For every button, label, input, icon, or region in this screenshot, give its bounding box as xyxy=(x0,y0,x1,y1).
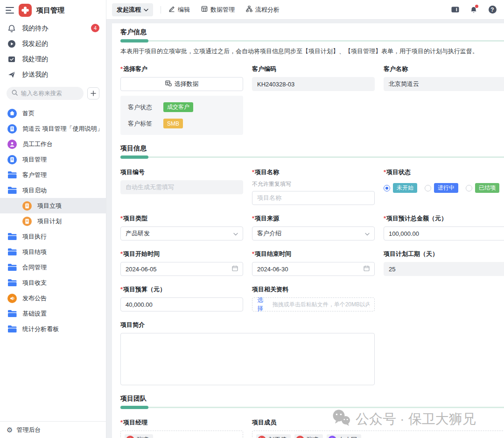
sidebar-item-project-finance[interactable]: 项目收支 xyxy=(0,275,106,290)
member-chip: 向 向小园 xyxy=(327,434,361,438)
project-type-select[interactable]: 产品研发 xyxy=(120,226,243,240)
member-name: 张睿 xyxy=(307,436,319,438)
end-date-input[interactable]: 2024-06-30 xyxy=(252,262,375,276)
radio-option-in-progress[interactable]: 进行中 xyxy=(425,183,458,193)
field-label: 项目相关资料 xyxy=(252,285,288,294)
data-table-icon xyxy=(165,80,172,88)
topbar: 发起流程 编辑 数据管理 流程分析 xyxy=(106,0,504,20)
project-no-input: 自动生成无需填写 xyxy=(120,180,243,194)
document-circle-icon xyxy=(22,217,32,226)
field-label: 选择客户 xyxy=(123,65,147,73)
play-circle-icon xyxy=(7,40,16,48)
start-date-input[interactable]: 2024-06-05 xyxy=(120,262,243,276)
document-circle-icon xyxy=(7,155,17,164)
sidebar-item-label: 客户管理 xyxy=(22,171,47,179)
sidebar-item-project-closure[interactable]: 项目结项 xyxy=(0,244,106,260)
field-project-name: *项目名称 不允许重复填写 项目名称 xyxy=(252,168,375,205)
select-data-button[interactable]: 选择数据 xyxy=(120,77,243,91)
add-button[interactable] xyxy=(87,87,99,99)
document-circle-icon xyxy=(22,201,32,211)
admin-console-button[interactable]: ⚙ 管理后台 xyxy=(0,421,106,438)
sidebar-item-basic-settings[interactable]: 基础设置 xyxy=(0,306,106,321)
sidebar-item-label: 我处理的 xyxy=(22,55,48,64)
sidebar-item-contract-management[interactable]: 合同管理 xyxy=(0,260,106,275)
flow-analysis-button[interactable]: 流程分析 xyxy=(246,6,280,14)
edit-button[interactable]: 编辑 xyxy=(168,6,190,14)
sidebar-item-my-processed[interactable]: 我处理的 xyxy=(0,51,106,67)
sidebar-item-project-plan[interactable]: 项目计划 xyxy=(0,213,106,229)
sidebar-item-staff-workbench[interactable]: 员工工作台 xyxy=(0,136,106,152)
customer-tag-label: 客户标签 xyxy=(128,120,163,128)
project-intro-textarea[interactable] xyxy=(120,333,375,385)
data-manage-label: 数据管理 xyxy=(210,6,235,14)
sidebar-item-label: 项目计划 xyxy=(37,217,62,226)
field-label: 客户编码 xyxy=(252,65,276,73)
folder-icon xyxy=(7,309,17,318)
data-manage-button[interactable]: 数据管理 xyxy=(201,6,235,14)
person-circle-icon xyxy=(7,140,17,149)
notification-bell-icon[interactable] xyxy=(469,6,478,14)
field-duration: 项目计划工期（天） 25 xyxy=(384,250,504,276)
sidebar-item-my-initiated[interactable]: 我发起的 xyxy=(0,36,106,51)
sidebar-item-my-todo[interactable]: 我的待办 4 xyxy=(0,21,106,36)
member-name: 张睿 xyxy=(137,436,149,438)
section-title-project: 项目信息 xyxy=(120,144,504,153)
field-files: 项目相关资料 选择 拖拽或单击后粘贴文件，单个20MB以内 xyxy=(252,285,375,311)
help-icon[interactable] xyxy=(488,6,497,14)
member-chip: 张 张睿 xyxy=(125,434,153,438)
sidebar-item-project-initiation[interactable]: 项目立项 xyxy=(0,198,106,213)
home-icon xyxy=(7,109,17,118)
customer-status-label: 客户状态 xyxy=(128,103,163,112)
sidebar-item-cc-to-me[interactable]: 抄送我的 xyxy=(0,67,106,82)
field-intro: 项目简介 xyxy=(120,321,375,385)
budget-total-input[interactable]: 100,000.00 xyxy=(384,226,504,240)
radio-option-finished[interactable]: 已结项 xyxy=(466,183,499,193)
sidebar-item-customer-management[interactable]: 客户管理 xyxy=(0,167,106,183)
notification-dot xyxy=(475,5,478,8)
sidebar-item-publish-announcement[interactable]: 发布公告 xyxy=(0,290,106,306)
sidebar-item-label: 项目启动 xyxy=(22,186,47,195)
sidebar-item-label: 我发起的 xyxy=(22,40,48,48)
calendar-icon xyxy=(364,265,370,273)
form-description: 本表用于项目的立项审批，立项通过之后，会自动将项目信息同步至【项目计划】、【项目… xyxy=(120,47,504,56)
folder-icon xyxy=(7,263,17,272)
start-flow-button[interactable]: 发起流程 xyxy=(112,3,153,16)
sidebar-item-analytics-dashboard[interactable]: 统计分析看板 xyxy=(0,321,106,337)
section-title-customer: 客户信息 xyxy=(120,28,504,36)
select-data-label: 选择数据 xyxy=(175,80,199,88)
file-upload-area[interactable]: 选择 拖拽或单击后粘贴文件，单个20MB以内 xyxy=(252,297,375,311)
radio-option-not-started[interactable]: 未开始 xyxy=(384,183,417,193)
sidebar-header: 项目管理 xyxy=(0,0,106,21)
member-name: 向小园 xyxy=(339,436,357,438)
field-budget-total: *项目预计总金额（元） 100,000.00 xyxy=(384,214,504,240)
side-panel-toggle-icon[interactable] xyxy=(451,6,459,14)
field-label: 项目来源 xyxy=(255,214,279,223)
project-name-input[interactable]: 项目名称 xyxy=(252,191,375,205)
sidebar-item-project-start[interactable]: 项目启动 xyxy=(0,183,106,198)
sidebar-item-project-execution[interactable]: 项目执行 xyxy=(0,229,106,244)
announcement-icon xyxy=(7,294,17,303)
sidebar-item-home[interactable]: 首页 xyxy=(0,106,106,121)
field-label: 项目成员 xyxy=(252,418,276,427)
sidebar-item-label: 发布公告 xyxy=(22,294,47,303)
project-source-select[interactable]: 客户介绍 xyxy=(252,226,375,240)
members-member-select[interactable]: 刘 刘玉倩 张 张睿 向 向小园 xyxy=(252,431,504,438)
search-input[interactable]: 输入名称来搜索 xyxy=(7,87,84,100)
manager-member-select[interactable]: 张 张睿 xyxy=(120,431,243,438)
sidebar-item-project-management[interactable]: 项目管理 xyxy=(0,152,106,167)
sidebar-item-label: 简道云 项目管理「使用说明」 xyxy=(22,125,103,133)
field-label: 项目计划工期（天） xyxy=(384,250,438,258)
sidebar-item-label: 合同管理 xyxy=(22,263,47,272)
field-label: 项目编号 xyxy=(120,168,145,177)
sidebar-item-label: 项目结项 xyxy=(22,248,47,256)
field-project-source: *项目来源 客户介绍 xyxy=(252,214,375,240)
menu-toggle-icon[interactable] xyxy=(6,7,14,14)
sidebar-item-label: 抄送我的 xyxy=(22,71,48,79)
file-select-link[interactable]: 选择 xyxy=(257,296,269,313)
field-label: 项目经理 xyxy=(123,418,147,427)
sidebar-item-label: 首页 xyxy=(22,109,35,118)
budget-input[interactable]: 40,000.00 xyxy=(120,297,243,311)
folder-icon xyxy=(7,186,17,195)
sidebar-item-manual[interactable]: 简道云 项目管理「使用说明」 xyxy=(0,121,106,136)
folder-icon xyxy=(7,325,17,334)
